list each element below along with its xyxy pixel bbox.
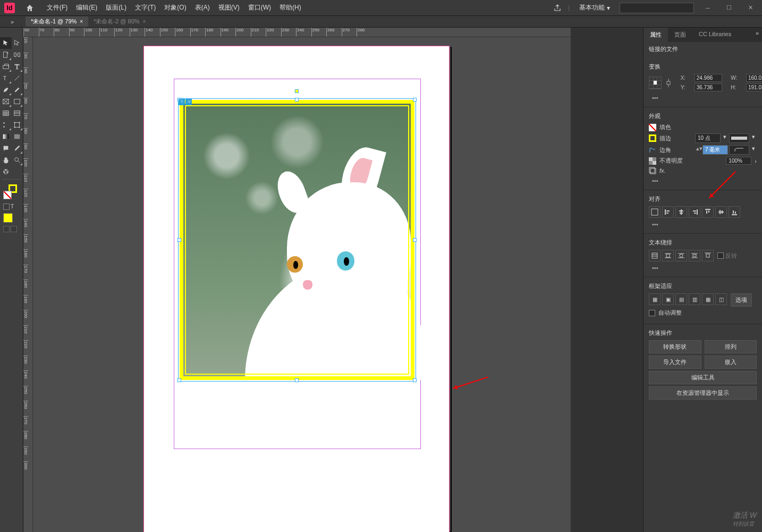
fit-proportional-icon[interactable]: ▣ (662, 293, 674, 305)
align-bottom-icon[interactable] (729, 206, 740, 218)
tab-cc-libraries[interactable]: CC Libraries (692, 28, 738, 42)
reference-point-selector[interactable] (649, 77, 664, 89)
wrap-jump-icon[interactable] (689, 250, 700, 261)
stroke-weight-input[interactable]: 10 点 (695, 133, 721, 143)
chevron-down-icon[interactable]: ▾ (750, 133, 757, 143)
search-input[interactable] (620, 3, 694, 13)
convert-shape-button[interactable]: 转换形状 (649, 340, 701, 353)
eyedropper-tool[interactable] (12, 142, 23, 154)
gap-tool[interactable] (12, 49, 23, 61)
selection-handle[interactable] (177, 378, 181, 382)
wrap-none-icon[interactable] (649, 250, 661, 261)
selection-handle[interactable] (295, 98, 299, 102)
reveal-in-explorer-button[interactable]: 在资源管理器中显示 (649, 386, 757, 400)
close-icon[interactable]: × (80, 19, 83, 24)
constrain-proportions-icon[interactable] (665, 78, 678, 88)
apply-color-swatch[interactable] (3, 213, 13, 223)
fit-content-icon[interactable]: ▥ (689, 293, 700, 305)
gradient-swatch-tool[interactable] (0, 131, 12, 142)
menu-help[interactable]: 帮助(H) (276, 1, 304, 14)
menu-file[interactable]: 文件(F) (44, 1, 71, 14)
view-mode-normal[interactable] (3, 226, 10, 232)
close-button[interactable]: ✕ (743, 3, 758, 13)
chevron-down-icon[interactable]: ▾ (722, 133, 728, 143)
wrap-next-column-icon[interactable] (702, 250, 714, 261)
fx-label[interactable]: fx. (659, 167, 666, 174)
selection-handle[interactable] (295, 378, 299, 382)
tab-doc-1[interactable]: *未命名-1 @ 79% × (26, 16, 88, 27)
rotation-handle[interactable] (295, 89, 299, 93)
y-input[interactable]: 36.736 (695, 83, 722, 91)
pencil-tool[interactable] (12, 84, 23, 96)
page[interactable]: ⎘⇲ (143, 46, 450, 532)
chevron-down-icon[interactable]: ▾ (750, 145, 757, 155)
menu-type[interactable]: 文字(T) (132, 1, 159, 14)
edit-tool-button[interactable]: 编辑工具 (649, 371, 757, 384)
view-mode-preview[interactable] (11, 226, 17, 232)
auto-fit-checkbox[interactable] (649, 310, 655, 316)
fit-frame-icon[interactable]: ▦ (702, 293, 714, 305)
selection-handle[interactable] (413, 238, 417, 242)
gradient-feather-tool[interactable] (12, 131, 23, 142)
ruler-horizontal[interactable]: 6070809010011012013014015016017018019020… (23, 28, 571, 37)
align-top-icon[interactable] (702, 206, 714, 218)
selection-handle[interactable] (177, 238, 181, 242)
selection-handle[interactable] (413, 378, 417, 382)
expand-panels-icon[interactable]: » (11, 19, 20, 25)
home-icon[interactable] (26, 4, 34, 12)
arrange-button[interactable]: 排列 (705, 340, 757, 353)
menu-layout[interactable]: 版面(L) (103, 1, 130, 14)
tab-pages[interactable]: 页面 (668, 28, 692, 42)
tab-properties[interactable]: 属性 (644, 28, 668, 42)
menu-window[interactable]: 窗口(W) (245, 1, 274, 14)
align-left-icon[interactable] (662, 206, 674, 218)
align-to-frame-icon[interactable] (649, 206, 661, 218)
note-tool[interactable] (0, 142, 12, 154)
zoom-tool[interactable] (12, 154, 23, 166)
image-frame[interactable]: ⎘⇲ (180, 100, 414, 380)
corner-shape-dropdown[interactable] (729, 145, 749, 155)
stroke-style-dropdown[interactable] (729, 133, 749, 143)
selection-handle[interactable] (413, 98, 417, 102)
fill-stroke-swatches[interactable] (3, 184, 18, 199)
rectangle-frame-tool[interactable] (0, 96, 12, 107)
options-button[interactable]: 选项 (731, 293, 752, 307)
workspace-switcher[interactable]: 基本功能 ▾ (576, 2, 613, 13)
panel-menu-icon[interactable]: » (752, 28, 762, 42)
format-container-icon[interactable] (3, 204, 10, 210)
menu-object[interactable]: 对象(O) (161, 1, 189, 14)
share-icon[interactable] (553, 4, 562, 12)
scissors-tool[interactable] (0, 119, 12, 131)
x-input[interactable]: 24.986 (695, 74, 722, 82)
menu-view[interactable]: 视图(V) (215, 1, 243, 14)
stepper-icon[interactable]: ▴▾ (696, 145, 701, 155)
wrap-bounding-icon[interactable] (662, 250, 674, 261)
ruler-vertical[interactable]: 2030405060708090100110120130140150160170… (23, 37, 33, 532)
align-vcenter-icon[interactable] (715, 206, 727, 218)
pen-tool[interactable] (0, 84, 12, 96)
type-tool[interactable] (12, 61, 23, 72)
table-tool[interactable] (0, 107, 12, 119)
fill-swatch[interactable] (3, 191, 12, 199)
opacity-input[interactable]: 100% (726, 157, 751, 165)
h-input[interactable]: 191.028 (746, 83, 762, 91)
more-options-icon[interactable]: ••• (649, 264, 757, 272)
line-tool[interactable] (12, 72, 23, 84)
corner-size-input[interactable]: 7 毫米 (702, 145, 728, 155)
align-right-icon[interactable] (689, 206, 700, 218)
invert-wrap-checkbox[interactable] (717, 252, 724, 259)
menu-table[interactable]: 表(A) (192, 1, 213, 14)
w-input[interactable]: 160.028 (746, 74, 762, 82)
page-tool[interactable] (0, 49, 12, 61)
embed-button[interactable]: 嵌入 (705, 356, 757, 369)
more-options-icon[interactable]: ••• (649, 220, 757, 229)
format-text-icon[interactable]: T (11, 204, 17, 210)
more-options-icon[interactable]: ••• (649, 94, 757, 102)
import-file-button[interactable]: 导入文件 (649, 356, 701, 369)
center-content-icon[interactable]: ◫ (715, 293, 727, 305)
menu-edit[interactable]: 编辑(E) (73, 1, 100, 14)
fit-content-aware-icon[interactable]: ▤ (675, 293, 687, 305)
canvas[interactable]: ⎘⇲ (33, 37, 571, 532)
tab-doc-2[interactable]: *未命名-2 @ 80% × (88, 16, 151, 27)
fit-fill-icon[interactable]: ▦ (649, 293, 661, 305)
